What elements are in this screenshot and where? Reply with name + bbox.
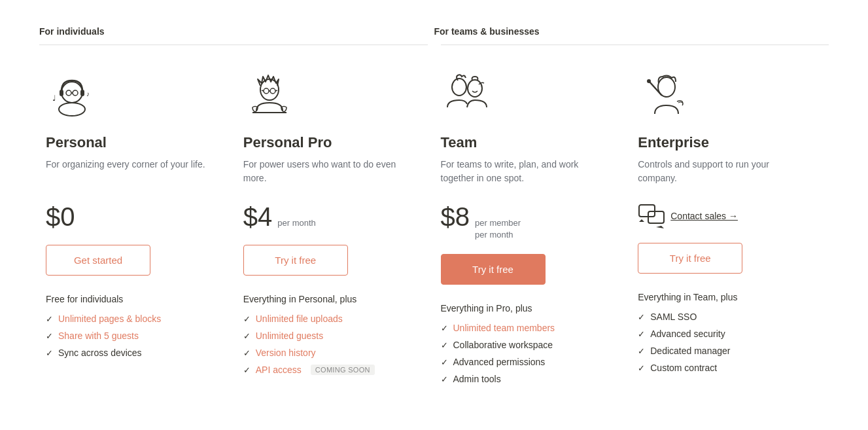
personal-features-label: Free for individuals xyxy=(46,294,217,304)
check-icon: ✓ xyxy=(243,365,251,375)
svg-point-11 xyxy=(270,88,275,94)
feature-text: Unlimited pages & blocks xyxy=(58,314,161,324)
page-container: For individuals For teams & businesses xyxy=(0,0,868,430)
individuals-label: For individuals xyxy=(39,26,105,37)
personal-features: ✓ Unlimited pages & blocks ✓ Share with … xyxy=(46,314,217,358)
personal-pro-price-period: per month xyxy=(277,217,316,229)
feature-text: Unlimited guests xyxy=(256,331,324,341)
feature-item: ✓ API access COMING SOON xyxy=(243,365,415,375)
feature-item: ✓ Custom contract xyxy=(638,363,809,373)
team-price-period: per member per month xyxy=(475,217,521,241)
check-icon: ✓ xyxy=(441,323,448,333)
contact-sales-link[interactable]: Contact sales → xyxy=(670,211,738,221)
personal-pro-description: For power users who want to do even more… xyxy=(243,158,415,189)
enterprise-cta-button[interactable]: Try it free xyxy=(638,243,742,274)
personal-cta-button[interactable]: Get started xyxy=(46,245,150,276)
feature-item: ✓ Sync across devices xyxy=(46,348,217,358)
personal-icon: ♩ ♪ xyxy=(46,71,98,124)
team-price-amount: $8 xyxy=(441,202,470,232)
feature-text: Advanced permissions xyxy=(453,357,546,367)
feature-item: ✓ Advanced permissions xyxy=(441,357,612,367)
check-icon: ✓ xyxy=(638,346,645,356)
enterprise-name: Enterprise xyxy=(638,134,809,151)
right-divider xyxy=(441,45,829,45)
svg-line-14 xyxy=(275,90,277,91)
feature-item: ✓ Unlimited guests xyxy=(243,331,415,341)
svg-line-13 xyxy=(262,90,264,91)
svg-point-10 xyxy=(264,88,269,94)
team-icon xyxy=(441,71,493,124)
personal-pro-icon xyxy=(243,71,296,124)
team-price-period-line1: per member xyxy=(475,218,521,228)
check-icon: ✓ xyxy=(638,329,645,339)
feature-text: Sync across devices xyxy=(58,348,142,358)
team-features-label: Everything in Pro, plus xyxy=(441,303,612,314)
feature-text: SAML SSO xyxy=(650,312,697,322)
coming-soon-badge: COMING SOON xyxy=(311,365,375,375)
enterprise-price: Contact sales → xyxy=(638,202,809,230)
section-headers: For individuals For teams & businesses xyxy=(39,26,829,37)
feature-text: Custom contract xyxy=(650,363,717,373)
check-icon: ✓ xyxy=(243,348,251,358)
personal-price: $0 xyxy=(46,202,217,232)
check-icon: ✓ xyxy=(638,363,645,373)
personal-name: Personal xyxy=(46,134,217,151)
divider-row xyxy=(39,45,829,45)
svg-point-4 xyxy=(66,90,71,96)
personal-pro-price-amount: $4 xyxy=(243,202,273,232)
feature-text: Version history xyxy=(256,348,316,358)
feature-item: ✓ Advanced security xyxy=(638,329,809,339)
svg-text:♩: ♩ xyxy=(52,94,56,103)
enterprise-features: ✓ SAML SSO ✓ Advanced security ✓ Dedicat… xyxy=(638,312,809,373)
teams-header: For teams & businesses xyxy=(434,26,829,37)
individuals-header: For individuals xyxy=(39,26,434,37)
check-icon: ✓ xyxy=(46,348,53,358)
team-cta-button[interactable]: Try it free xyxy=(441,254,546,285)
enterprise-features-label: Everything in Team, plus xyxy=(638,292,809,302)
feature-item: ✓ SAML SSO xyxy=(638,312,809,322)
svg-text:♪: ♪ xyxy=(86,90,90,98)
feature-text: Admin tools xyxy=(453,374,501,384)
svg-point-20 xyxy=(647,79,651,83)
check-icon: ✓ xyxy=(46,314,53,324)
team-features: ✓ Unlimited team members ✓ Collaborative… xyxy=(441,323,612,384)
plan-team: Team For teams to write, plan, and work … xyxy=(434,65,632,410)
personal-pro-cta-button[interactable]: Try it free xyxy=(243,245,348,276)
personal-pro-features: ✓ Unlimited file uploads ✓ Unlimited gue… xyxy=(243,314,415,375)
personal-pro-features-label: Everything in Personal, plus xyxy=(243,294,415,304)
team-description: For teams to write, plan, and work toget… xyxy=(441,158,612,189)
plan-enterprise: Enterprise Controls and support to run y… xyxy=(631,65,829,410)
svg-point-17 xyxy=(468,80,482,97)
feature-text: API access xyxy=(256,365,302,375)
svg-point-16 xyxy=(452,79,466,96)
feature-item: ✓ Version history xyxy=(243,348,415,358)
feature-text: Collaborative workspace xyxy=(453,340,553,350)
plans-container: ♩ ♪ Personal For organizing every corner… xyxy=(39,65,829,410)
feature-item: ✓ Dedicated manager xyxy=(638,346,809,356)
teams-label: For teams & businesses xyxy=(434,26,540,37)
plan-personal: ♩ ♪ Personal For organizing every corner… xyxy=(39,65,237,410)
check-icon: ✓ xyxy=(441,340,448,350)
check-icon: ✓ xyxy=(46,331,53,341)
feature-item: ✓ Collaborative workspace xyxy=(441,340,612,350)
svg-point-0 xyxy=(61,82,82,103)
feature-text: Unlimited file uploads xyxy=(256,314,343,324)
plan-personal-pro: Personal Pro For power users who want to… xyxy=(237,65,434,410)
feature-item: ✓ Admin tools xyxy=(441,374,612,384)
check-icon: ✓ xyxy=(441,357,448,367)
check-icon: ✓ xyxy=(638,312,645,322)
svg-rect-2 xyxy=(60,90,63,96)
personal-pro-name: Personal Pro xyxy=(243,134,415,151)
feature-item: ✓ Unlimited file uploads xyxy=(243,314,415,324)
left-divider xyxy=(39,45,428,45)
enterprise-icon xyxy=(638,71,690,124)
feature-text: Share with 5 guests xyxy=(58,331,139,341)
feature-item: ✓ Unlimited pages & blocks xyxy=(46,314,217,324)
feature-text: Dedicated manager xyxy=(650,346,730,356)
personal-pro-price: $4 per month xyxy=(243,202,415,232)
team-price: $8 per member per month xyxy=(441,202,612,241)
personal-description: For organizing every corner of your life… xyxy=(46,158,217,189)
check-icon: ✓ xyxy=(243,314,251,324)
svg-rect-3 xyxy=(80,90,84,96)
personal-price-amount: $0 xyxy=(46,202,75,232)
